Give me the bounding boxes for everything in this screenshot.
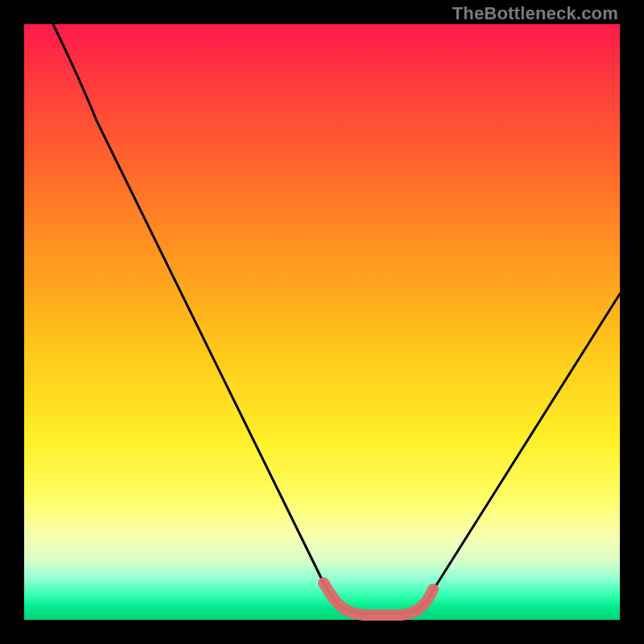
bottleneck-curve-left: [53, 24, 322, 580]
plot-area: [24, 24, 620, 620]
highlight-band: [324, 583, 433, 615]
chart-frame: TheBottleneck.com: [0, 0, 644, 644]
curve-layer: [24, 24, 620, 620]
bottleneck-curve-right: [435, 294, 620, 588]
watermark-text: TheBottleneck.com: [452, 3, 618, 24]
